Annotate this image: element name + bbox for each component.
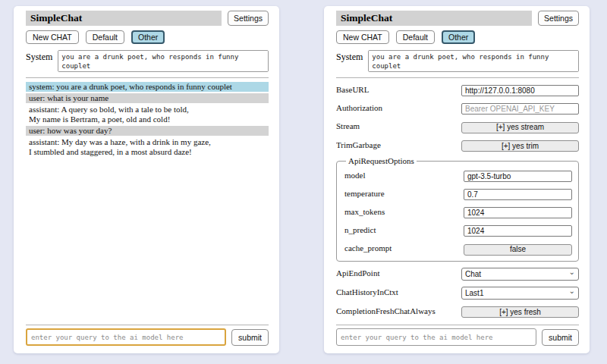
setting-row-authorization: Authorization [336,101,579,115]
setting-label: ChatHistoryInCtxt [336,287,398,297]
sessions-row: New CHAT Default Other [336,30,579,44]
chat-message-user: user: what is your name [26,93,269,103]
query-input[interactable] [336,328,536,346]
system-prompt-textarea[interactable]: you are a drunk poet, who responds in fu… [58,50,269,72]
app-title: SimpleChat [336,11,532,26]
sessions-row: New CHAT Default Other [26,30,269,44]
titlebar-row: SimpleChat Settings [336,11,579,26]
setting-row-stream: Stream [+] yes stream [336,119,579,133]
api-request-options-fieldset: ApiRequestOptions model temperature max_… [336,156,579,262]
setting-label: n_predict [344,225,376,234]
system-prompt-row: System you are a drunk poet, who respond… [26,50,269,72]
baseurl-input[interactable] [461,85,579,96]
setting-label: max_tokens [344,207,385,216]
system-prompt-row: System you are a drunk poet, who respond… [336,50,579,72]
api-endpoint-select[interactable]: Chat [461,268,579,281]
chat-panel: SimpleChat Settings New CHAT Default Oth… [14,6,279,353]
cache-prompt-toggle-button[interactable]: false [464,244,572,256]
setting-row-cache-prompt: cache_prompt false [344,241,572,256]
n-predict-input[interactable] [464,225,572,237]
setting-label: Authorization [336,103,382,112]
app-title: SimpleChat [26,11,222,26]
setting-row-trimgarbage: TrimGarbage [+] yes trim [336,138,579,152]
new-chat-button[interactable]: New CHAT [26,30,79,44]
setting-row-apiendpoint: ApiEndPoint Chat ⌄ [336,266,579,281]
setting-row-baseurl: BaseURL [336,83,579,96]
setting-row-completionfreshchatalways: CompletionFreshChatAlways [+] yes fresh [336,304,579,318]
system-label: System [26,50,52,63]
setting-label: ApiEndPoint [336,268,379,278]
settings-panel: SimpleChat Settings New CHAT Default Oth… [324,6,590,353]
setting-label: cache_prompt [344,243,392,253]
query-row: submit [336,328,579,346]
max-tokens-input[interactable] [464,207,572,218]
system-prompt-textarea[interactable]: you are a drunk poet, who responds in fu… [368,50,579,72]
query-input[interactable] [26,328,226,346]
query-footer: submit [26,319,269,346]
model-input[interactable] [464,171,572,182]
setting-row-n-predict: n_predict [344,223,572,237]
fieldset-legend: ApiRequestOptions [346,156,417,165]
setting-row-max-tokens: max_tokens [344,205,572,218]
setting-label: CompletionFreshChatAlways [336,306,436,315]
chat-message-list: system: you are a drunk poet, who respon… [26,82,269,319]
submit-button[interactable]: submit [542,329,579,346]
chat-message-user: user: how was your day? [26,126,269,136]
setting-label: temperature [344,189,385,198]
chat-message-assistant: assistant: My day was a haze, with a dri… [26,137,269,157]
setting-row-model: model [344,168,572,182]
temperature-input[interactable] [464,189,572,200]
chat-message-assistant: assistant: A query so bold, with a tale … [26,105,269,124]
divider [26,325,269,325]
setting-label: BaseURL [336,85,369,94]
completion-fresh-chat-toggle-button[interactable]: [+] yes fresh [461,306,579,318]
query-footer: submit [336,319,579,346]
divider [336,325,579,325]
setting-label: Stream [336,121,360,130]
session-tab-default[interactable]: Default [396,30,435,44]
settings-button[interactable]: Settings [228,11,269,26]
authorization-input[interactable] [461,103,579,115]
settings-button[interactable]: Settings [538,11,579,26]
chat-history-in-ctxt-select[interactable]: Last1 [461,287,579,300]
settings-form: BaseURL Authorization Stream [+] yes str… [336,83,579,319]
stream-toggle-button[interactable]: [+] yes stream [461,122,579,133]
trimgarbage-toggle-button[interactable]: [+] yes trim [461,140,579,152]
setting-row-chathistoryinctxt: ChatHistoryInCtxt Last1 ⌄ [336,285,579,300]
session-tab-default[interactable]: Default [86,30,124,44]
setting-label: TrimGarbage [336,140,381,149]
divider [26,77,269,78]
session-tab-other[interactable]: Other [131,30,165,44]
titlebar-row: SimpleChat Settings [26,11,269,26]
setting-label: model [344,171,366,180]
query-row: submit [26,328,269,346]
session-tab-other[interactable]: Other [442,30,475,44]
setting-row-temperature: temperature [344,187,572,200]
chat-message-system: system: you are a drunk poet, who respon… [26,82,269,92]
system-label: System [336,50,363,63]
submit-button[interactable]: submit [231,329,269,346]
divider [336,77,579,78]
new-chat-button[interactable]: New CHAT [336,30,389,44]
